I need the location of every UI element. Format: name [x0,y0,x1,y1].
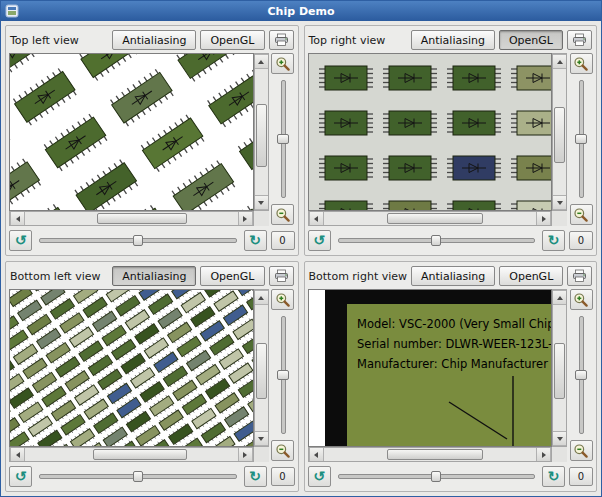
zoom-in-icon [275,292,291,308]
scroll-left-button[interactable] [309,212,324,225]
scrollbar-handle[interactable] [554,107,565,164]
print-button[interactable] [269,266,294,286]
graphics-view[interactable] [308,53,553,211]
zoom-slider[interactable] [275,313,291,437]
rotate-right-icon: ↻ [548,469,560,483]
scrollbar-handle[interactable] [93,449,187,460]
scroll-right-button[interactable] [238,212,253,225]
print-button[interactable] [567,30,592,50]
view-title: Top left view [10,34,79,47]
scrollbar-handle[interactable] [387,213,483,224]
zoom-out-button[interactable] [570,440,593,461]
zoom-out-button[interactable] [570,204,593,225]
rotate-left-button[interactable]: ↺ [308,230,331,251]
slider-handle[interactable] [133,471,143,482]
scroll-left-button[interactable] [10,448,25,461]
rotate-slider[interactable] [36,468,240,485]
antialiasing-button[interactable]: Antialiasing [411,30,495,50]
titlebar[interactable]: Chip Demo [1,1,601,21]
scroll-down-button[interactable] [553,431,566,446]
zoom-out-icon [573,443,589,459]
scrollbar-handle[interactable] [554,343,565,400]
scrollbar-corner [552,211,567,226]
scroll-up-button[interactable] [553,290,566,305]
central-widget: Top left view Antialiasing OpenGL [1,21,601,496]
slider-handle[interactable] [133,235,143,246]
antialiasing-button[interactable]: Antialiasing [411,266,495,286]
rotate-left-button[interactable]: ↺ [308,466,331,487]
zoom-out-button[interactable] [271,204,294,225]
printer-icon [572,33,587,47]
scroll-left-button[interactable] [10,212,25,225]
zoom-in-button[interactable] [271,289,294,310]
horizontal-scrollbar[interactable] [308,211,553,226]
rotate-right-button[interactable]: ↻ [542,466,565,487]
zoom-in-button[interactable] [271,53,294,74]
scrollbar-handle[interactable] [256,343,267,400]
scroll-down-button[interactable] [553,195,566,210]
view-panel-top-left: Top left view Antialiasing OpenGL [5,25,299,256]
zoom-in-button[interactable] [570,289,593,310]
antialiasing-button[interactable]: Antialiasing [112,30,196,50]
opengl-button[interactable]: OpenGL [499,266,563,286]
reset-button[interactable]: 0 [569,467,593,486]
scroll-up-button[interactable] [553,54,566,69]
reset-button[interactable]: 0 [271,231,295,250]
opengl-button[interactable]: OpenGL [200,266,264,286]
vertical-scrollbar[interactable] [254,289,269,447]
horizontal-scrollbar[interactable] [308,447,553,462]
scroll-down-button[interactable] [255,431,268,446]
zoom-out-button[interactable] [271,440,294,461]
slider-handle[interactable] [277,134,289,144]
rotate-left-button[interactable]: ↺ [9,466,32,487]
scroll-up-button[interactable] [255,290,268,305]
horizontal-scrollbar[interactable] [9,447,254,462]
vertical-scrollbar[interactable] [254,53,269,211]
reset-button[interactable]: 0 [569,231,593,250]
rotate-slider[interactable] [36,232,240,249]
print-button[interactable] [567,266,592,286]
horizontal-scrollbar[interactable] [9,211,254,226]
scrollbar-handle[interactable] [97,213,186,224]
slider-handle[interactable] [277,370,289,380]
arrow-left-icon [16,216,20,222]
scroll-right-button[interactable] [536,212,551,225]
slider-handle[interactable] [431,235,441,246]
graphics-view[interactable] [9,289,254,447]
rotate-slider[interactable] [335,468,539,485]
slider-handle[interactable] [431,471,441,482]
scrollbar-handle[interactable] [256,104,267,167]
graphics-view[interactable] [9,53,254,211]
opengl-button[interactable]: OpenGL [200,30,264,50]
scroll-right-button[interactable] [536,448,551,461]
view-title: Top right view [309,34,386,47]
zoom-slider[interactable] [275,77,291,201]
rotate-left-button[interactable]: ↺ [9,230,32,251]
slider-handle[interactable] [575,370,587,380]
scroll-left-button[interactable] [309,448,324,461]
rotate-slider[interactable] [335,232,539,249]
rotate-right-button[interactable]: ↻ [244,230,267,251]
vertical-scrollbar[interactable] [552,289,567,447]
svg-text:Model: VSC-2000 (Very Small Ch: Model: VSC-2000 (Very Small Chip) at 9 [357,317,553,331]
rotate-right-button[interactable]: ↻ [542,230,565,251]
scroll-up-button[interactable] [255,54,268,69]
opengl-button[interactable]: OpenGL [499,30,563,50]
zoom-slider[interactable] [573,313,589,437]
scroll-right-button[interactable] [238,448,253,461]
arrow-left-icon [314,452,318,458]
slider-handle[interactable] [575,134,587,144]
graphics-view[interactable]: Model: VSC-2000 (Very Small Chip) at 9Se… [308,289,553,447]
scroll-down-button[interactable] [255,195,268,210]
zoom-slider[interactable] [573,77,589,201]
vertical-scrollbar[interactable] [552,53,567,211]
scrollbar-handle[interactable] [387,449,483,460]
arrow-up-icon [258,60,264,64]
antialiasing-button[interactable]: Antialiasing [112,266,196,286]
rotate-right-button[interactable]: ↻ [244,466,267,487]
printer-icon [274,269,289,283]
rotate-right-icon: ↻ [548,233,560,247]
print-button[interactable] [269,30,294,50]
zoom-in-button[interactable] [570,53,593,74]
reset-button[interactable]: 0 [271,467,295,486]
